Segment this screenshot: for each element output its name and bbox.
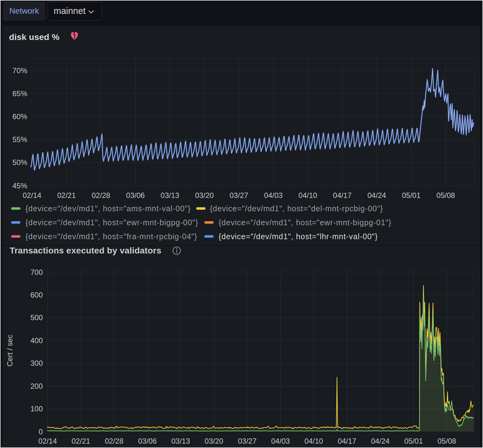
svg-text:70%: 70% — [12, 66, 27, 75]
svg-text:50%: 50% — [12, 158, 27, 167]
svg-text:65%: 65% — [12, 89, 27, 98]
svg-text:200: 200 — [30, 382, 43, 390]
svg-text:100: 100 — [30, 405, 43, 413]
svg-text:05/01: 05/01 — [404, 437, 423, 445]
svg-text:400: 400 — [30, 336, 43, 345]
svg-text:300: 300 — [30, 359, 43, 367]
svg-text:03/13: 03/13 — [161, 191, 179, 199]
svg-text:05/01: 05/01 — [402, 191, 420, 199]
svg-text:Cert / sec: Cert / sec — [6, 335, 14, 367]
svg-text:04/24: 04/24 — [371, 437, 390, 445]
svg-text:04/10: 04/10 — [299, 191, 317, 199]
svg-text:03/20: 03/20 — [195, 191, 214, 199]
svg-text:02/21: 02/21 — [72, 437, 90, 445]
svg-text:700: 700 — [30, 268, 43, 276]
svg-text:03/27: 03/27 — [238, 437, 256, 445]
svg-text:02/28: 02/28 — [92, 191, 110, 199]
svg-text:04/17: 04/17 — [333, 191, 352, 199]
svg-text:0: 0 — [39, 428, 43, 436]
svg-text:05/08: 05/08 — [436, 191, 455, 199]
svg-text:04/17: 04/17 — [338, 437, 356, 445]
svg-text:03/13: 03/13 — [171, 437, 190, 445]
svg-text:03/06: 03/06 — [126, 191, 145, 199]
svg-text:02/14: 02/14 — [23, 191, 41, 199]
svg-text:45%: 45% — [12, 181, 27, 190]
svg-text:02/21: 02/21 — [57, 191, 76, 199]
svg-text:03/06: 03/06 — [138, 437, 157, 445]
svg-text:500: 500 — [30, 313, 43, 322]
svg-text:04/24: 04/24 — [367, 191, 386, 199]
svg-text:60%: 60% — [12, 112, 27, 121]
svg-text:04/03: 04/03 — [264, 191, 283, 199]
svg-text:03/27: 03/27 — [229, 191, 248, 199]
svg-text:04/10: 04/10 — [304, 437, 323, 445]
svg-text:55%: 55% — [12, 135, 27, 144]
svg-text:03/20: 03/20 — [205, 437, 223, 445]
svg-text:04/03: 04/03 — [271, 437, 290, 445]
svg-text:05/08: 05/08 — [437, 437, 456, 445]
svg-text:02/14: 02/14 — [38, 437, 57, 445]
svg-text:02/28: 02/28 — [105, 437, 123, 445]
svg-text:600: 600 — [30, 291, 43, 299]
